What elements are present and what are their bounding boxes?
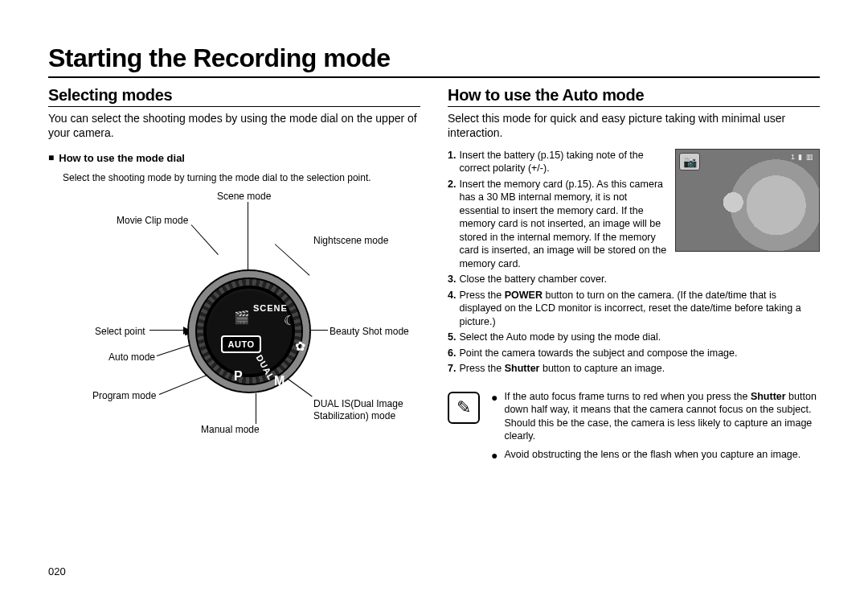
page-number: 020 [48, 565, 66, 577]
movie-clip-icon: 🎬 [234, 310, 250, 325]
lcd-status-text: 1 ▮ ▥ [791, 153, 814, 161]
dial-text-p: P [234, 369, 243, 384]
list-item: 5.Select the Auto mode by using the mode… [448, 331, 820, 344]
bullet-icon: ● [491, 450, 497, 462]
label-manual-mode: Manual mode [201, 424, 260, 435]
list-item: ●If the auto focus frame turns to red wh… [491, 390, 820, 443]
square-bullet-icon: ■ [48, 152, 54, 164]
dial-auto-badge: AUTO [221, 335, 261, 353]
nightscene-icon: ☾ [284, 313, 295, 328]
sub-description: Select the shooting mode by turning the … [63, 172, 420, 185]
dial-text-dual: DUAL [254, 353, 276, 382]
dial-text-scene: SCENE [253, 303, 288, 313]
list-item: 4.Press the POWER button to turn on the … [448, 289, 820, 329]
label-nightscene-mode: Nightscene mode [313, 235, 388, 246]
beauty-shot-icon: ✿ [295, 339, 305, 354]
label-select-point: Select point [95, 326, 145, 337]
sub-heading: ■ How to use the mode dial [48, 152, 420, 164]
section-title-selecting: Selecting modes [48, 86, 420, 105]
label-scene-mode: Scene mode [217, 191, 271, 202]
section-title-auto-mode: How to use the Auto mode [448, 86, 820, 105]
label-program-mode: Program mode [92, 390, 156, 401]
note-pencil-icon: ✎ [448, 392, 480, 424]
label-beauty-shot-mode: Beauty Shot mode [330, 326, 409, 337]
title-rule [48, 76, 820, 78]
mode-dial-diagram: Scene mode Movie Clip mode Nightscene mo… [48, 191, 420, 448]
right-intro: Select this mode for quick and easy pict… [448, 112, 820, 141]
page-title: Starting the Recording mode [48, 43, 820, 73]
label-movie-clip-mode: Movie Clip mode [117, 215, 188, 226]
bullet-icon: ● [491, 392, 497, 443]
list-item: 3.Close the battery chamber cover. [448, 273, 820, 286]
list-item: ●Avoid obstructing the lens or the flash… [491, 448, 820, 462]
right-column: How to use the Auto mode Select this mod… [448, 86, 820, 466]
list-item: 6.Point the camera towards the subject a… [448, 347, 820, 360]
left-column: Selecting modes You can select the shoot… [48, 86, 420, 466]
label-dual-is-mode: DUAL IS(Dual Image Stabilization) mode [313, 398, 418, 421]
lcd-preview-image: 📷 1 ▮ ▥ [675, 149, 820, 252]
camera-icon: 📷 [679, 153, 700, 171]
section-rule [448, 106, 820, 107]
label-auto-mode: Auto mode [108, 351, 155, 363]
mode-dial: SCENE 🎬 ☾ ✿ AUTO P M DUAL [189, 271, 309, 392]
note-block: ✎ ●If the auto focus frame turns to red … [448, 390, 820, 466]
left-intro: You can select the shooting modes by usi… [48, 112, 420, 141]
section-rule [48, 106, 420, 107]
sub-heading-text: How to use the mode dial [59, 152, 185, 164]
list-item: 7.Press the Shutter button to capture an… [448, 362, 820, 376]
